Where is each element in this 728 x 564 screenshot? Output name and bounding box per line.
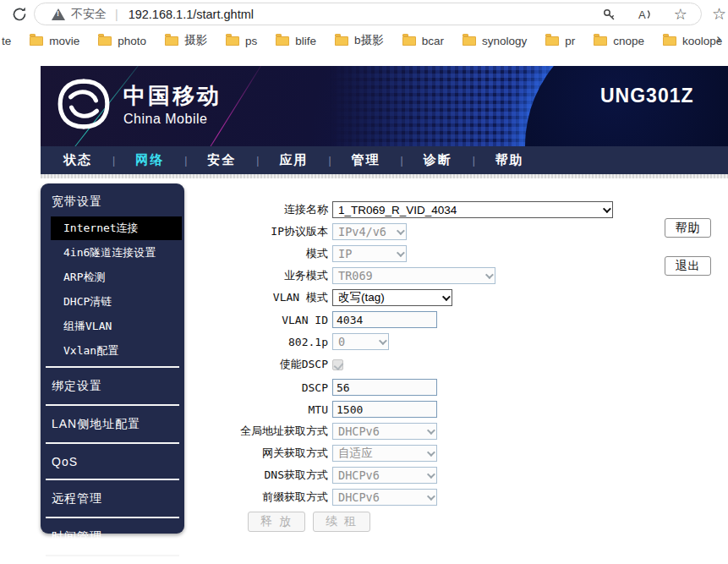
nav-item-management[interactable]: 管理: [352, 152, 380, 168]
vlan-mode-select[interactable]: 改写(tag): [332, 289, 452, 306]
sidebar-divider: [46, 479, 179, 480]
sidebar-divider: [46, 366, 179, 368]
folder-icon: [30, 36, 43, 46]
folder-icon: [545, 36, 559, 46]
sidebar-item-arp[interactable]: ARP检测: [51, 266, 182, 289]
nav-item-security[interactable]: 安全: [207, 152, 236, 168]
bookmark-item[interactable]: cnope: [587, 32, 651, 50]
nav-separator: |: [256, 155, 259, 167]
bookmark-item[interactable]: pr: [539, 32, 582, 50]
select-value: IPv4/v6: [338, 225, 386, 238]
chevron-down-icon: [397, 227, 405, 235]
vlan-id-input[interactable]: [332, 311, 437, 328]
select-value: TR069: [338, 269, 373, 282]
sidebar-item-4in6[interactable]: 4in6隧道连接设置: [51, 241, 182, 265]
bookmark-item[interactable]: photo: [91, 32, 153, 50]
chevron-down-icon: [427, 426, 435, 435]
chevron-down-icon: [427, 448, 435, 457]
select-value: 自适应: [338, 446, 373, 461]
sidebar-divider: [46, 555, 179, 556]
nav-item-diagnosis[interactable]: 诊断: [424, 152, 452, 168]
sidebar-section-remote[interactable]: 远程管理: [41, 484, 184, 513]
bookmark-label: pr: [565, 35, 575, 47]
sidebar-section-binding[interactable]: 绑定设置: [41, 371, 184, 401]
field-label: 网关获取方式: [218, 446, 328, 461]
bookmark-item[interactable]: movie: [23, 32, 86, 50]
prefix-mode-select: DHCPv6: [332, 489, 437, 506]
bookmark-item[interactable]: te: [0, 32, 18, 50]
bookmark-item[interactable]: bcar: [396, 32, 451, 50]
chevron-down-icon: [379, 337, 387, 345]
field-label: MTU: [218, 403, 328, 416]
field-label: DSCP: [218, 381, 328, 394]
bookmark-label: synology: [482, 35, 527, 47]
sidebar-item-internet[interactable]: Internet连接: [51, 216, 182, 240]
release-button[interactable]: 释 放: [248, 512, 305, 532]
security-label[interactable]: 不安全: [71, 7, 107, 22]
reload-icon[interactable]: [10, 5, 29, 24]
bookmarks-overflow-icon[interactable]: ›: [716, 30, 721, 47]
url-text[interactable]: 192.168.1.1/start.ghtml: [129, 8, 601, 21]
folder-icon: [335, 36, 348, 46]
bookmark-label: ps: [245, 35, 257, 47]
bookmark-label: te: [2, 35, 11, 47]
sidebar-section-lan[interactable]: LAN侧地址配置: [41, 409, 184, 439]
select-value: 改写(tag): [338, 290, 385, 305]
security-warning-icon[interactable]: [52, 8, 65, 20]
ip-version-select: IPv4/v6: [332, 223, 407, 240]
folder-icon: [402, 36, 416, 46]
browser-toolbar: 不安全 | 192.168.1.1/start.ghtml A ☆ ☆: [0, 0, 728, 28]
field-label: 连接名称: [218, 202, 328, 217]
bookmark-label: cnope: [613, 35, 644, 47]
field-label: DNS获取方式: [218, 468, 328, 483]
nav-item-status[interactable]: 状态: [63, 152, 92, 168]
connection-name-select[interactable]: 1_TR069_R_VID_4034: [332, 201, 613, 218]
address-divider: |: [115, 8, 118, 21]
chevron-down-icon: [603, 205, 611, 213]
bookmark-label: bcar: [422, 35, 444, 47]
sidebar-section-qos[interactable]: QoS: [41, 447, 184, 475]
select-value: DHCPv6: [338, 424, 380, 438]
bookmark-item[interactable]: b摄影: [328, 30, 391, 51]
read-aloud-icon[interactable]: A: [637, 7, 654, 22]
mtu-input[interactable]: [332, 401, 437, 418]
favorite-star-icon[interactable]: ☆: [674, 7, 687, 22]
nav-shadow-strip: [41, 174, 728, 178]
field-label: VLAN ID: [218, 314, 328, 326]
nav-separator: |: [112, 155, 115, 167]
bookmark-item[interactable]: ps: [219, 32, 264, 50]
folder-icon: [594, 36, 607, 46]
bookmark-item[interactable]: 摄影: [158, 30, 214, 51]
nav-separator: |: [184, 155, 187, 167]
collections-icon[interactable]: ☆: [712, 4, 726, 24]
chevron-down-icon: [397, 249, 405, 257]
bookmark-item[interactable]: synology: [456, 32, 534, 50]
help-button[interactable]: 帮助: [665, 218, 711, 238]
sidebar-divider: [46, 404, 179, 406]
nav-item-application[interactable]: 应用: [279, 152, 308, 168]
enable-dscp-checkbox: [332, 359, 343, 370]
address-bar[interactable]: 不安全 | 192.168.1.1/start.ghtml A ☆: [34, 3, 702, 25]
exit-button[interactable]: 退出: [665, 256, 711, 276]
select-value: 0: [338, 335, 345, 348]
connection-form: 连接名称 1_TR069_R_VID_4034 IP协议版本 IPv4/v6 模…: [218, 201, 641, 532]
bookmark-item[interactable]: blife: [269, 32, 323, 50]
nav-item-network[interactable]: 网络: [135, 152, 164, 168]
password-key-icon[interactable]: [601, 7, 616, 22]
field-label: 业务模式: [218, 268, 328, 283]
dscp-input[interactable]: [332, 379, 437, 396]
folder-icon: [226, 36, 239, 46]
gateway-mode-select: 自适应: [332, 445, 437, 462]
sidebar-section-broadband[interactable]: 宽带设置: [41, 187, 184, 216]
sidebar-section-time[interactable]: 时间管理: [41, 522, 184, 551]
bookmark-label: blife: [295, 35, 316, 47]
sidebar-divider: [46, 442, 179, 444]
nav-item-help[interactable]: 帮助: [495, 152, 524, 168]
sidebar-section-route[interactable]: 路由配置: [41, 560, 184, 564]
renew-button[interactable]: 续 租: [313, 512, 370, 532]
sidebar-item-mvlan[interactable]: 组播VLAN: [51, 315, 182, 338]
field-label: 使能DSCP: [218, 357, 328, 372]
dns-mode-select: DHCPv6: [332, 467, 437, 484]
sidebar-item-vxlan[interactable]: Vxlan配置: [51, 339, 182, 363]
sidebar-item-dhcp[interactable]: DHCP清链: [51, 290, 182, 314]
